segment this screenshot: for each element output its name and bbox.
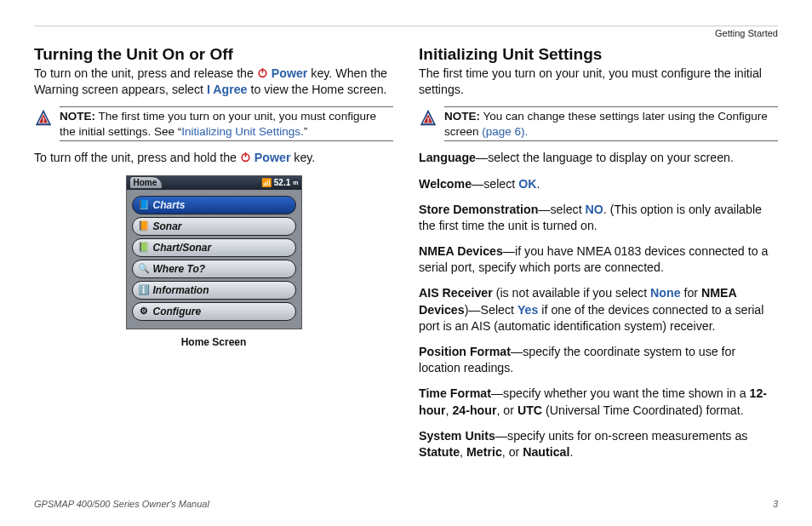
power-label: Power bbox=[254, 151, 291, 164]
setting-time: Time Format—specify whether you want the… bbox=[419, 386, 778, 418]
signal-icon: 📶 bbox=[261, 178, 272, 187]
svg-text:!: ! bbox=[427, 117, 430, 124]
yes-link[interactable]: Yes bbox=[518, 303, 538, 317]
screenshot-caption: Home Screen bbox=[34, 336, 393, 348]
home-screen-screenshot: Home 📶 52.1m 📘Charts📙Sonar📗Chart/Sonar🔍W… bbox=[126, 175, 302, 329]
setting-store: Store Demonstration—select NO. (This opt… bbox=[419, 202, 778, 234]
note-box-left: ! NOTE: The first time you turn on your … bbox=[34, 106, 393, 141]
ss-home-tab: Home bbox=[129, 176, 163, 189]
no-link[interactable]: NO bbox=[586, 203, 603, 216]
ss-item-label: Configure bbox=[153, 306, 202, 317]
power-label: Power bbox=[272, 66, 308, 80]
note-body-right: NOTE: You can change these settings late… bbox=[444, 106, 778, 141]
ss-item-icon: 📘 bbox=[138, 199, 150, 211]
i-agree-link[interactable]: I Agree bbox=[207, 83, 248, 96]
ss-menu-item: 📘Charts bbox=[132, 196, 296, 214]
header-divider bbox=[34, 26, 778, 26]
ss-item-icon: 📗 bbox=[138, 242, 150, 254]
ok-link[interactable]: OK bbox=[518, 177, 536, 191]
ss-measurement: 📶 52.1m bbox=[261, 178, 299, 187]
ss-item-label: Charts bbox=[153, 199, 186, 211]
ss-item-icon: 📙 bbox=[138, 220, 150, 232]
ss-item-label: Chart/Sonar bbox=[153, 242, 212, 254]
ss-menu-item: 🔍Where To? bbox=[132, 260, 296, 278]
note-icon: ! bbox=[419, 108, 437, 127]
power-icon bbox=[257, 67, 268, 78]
setting-position: Position Format—specify the coordinate s… bbox=[419, 344, 778, 376]
ss-menu-item: ℹ️Information bbox=[132, 281, 296, 300]
ss-item-label: Information bbox=[153, 284, 209, 296]
left-heading: Turning the Unit On or Off bbox=[34, 45, 393, 64]
right-heading: Initializing Unit Settings bbox=[419, 45, 778, 64]
ss-item-label: Sonar bbox=[153, 220, 182, 232]
ss-item-icon: ℹ️ bbox=[138, 284, 150, 296]
ss-menu-item: 📗Chart/Sonar bbox=[132, 238, 296, 257]
setting-nmea: NMEA Devices—if you have NMEA 0183 devic… bbox=[419, 243, 778, 276]
turn-on-paragraph: To turn on the unit, press and release t… bbox=[34, 66, 393, 98]
ss-item-label: Where To? bbox=[153, 263, 206, 275]
ss-item-icon: 🔍 bbox=[138, 263, 150, 275]
none-link[interactable]: None bbox=[650, 286, 680, 300]
note-box-right: ! NOTE: You can change these settings la… bbox=[419, 106, 778, 141]
note-body-left: NOTE: The first time you turn on your un… bbox=[60, 106, 393, 141]
svg-text:!: ! bbox=[43, 117, 45, 124]
setting-units: System Units—specify units for on-screen… bbox=[419, 428, 778, 460]
note-icon: ! bbox=[34, 108, 53, 127]
footer-page: 3 bbox=[773, 499, 778, 509]
setting-welcome: Welcome—select OK. bbox=[419, 176, 778, 192]
left-column: Turning the Unit On or Off To turn on th… bbox=[34, 45, 393, 470]
ss-menu-item: ⚙Configure bbox=[132, 302, 296, 321]
footer-manual: GPSMAP 400/500 Series Owner's Manual bbox=[34, 499, 209, 509]
header-topic: Getting Started bbox=[34, 28, 778, 38]
page-6-link[interactable]: (page 6). bbox=[482, 125, 528, 138]
init-settings-link[interactable]: Initializing Unit Settings. bbox=[181, 125, 303, 138]
ss-menu-item: 📙Sonar bbox=[132, 217, 296, 236]
ss-item-icon: ⚙ bbox=[138, 306, 150, 317]
turn-off-paragraph: To turn off the unit, press and hold the… bbox=[34, 150, 393, 166]
right-column: Initializing Unit Settings The first tim… bbox=[419, 45, 778, 470]
right-intro: The first time you turn on your unit, yo… bbox=[419, 66, 778, 98]
ss-menu-list: 📘Charts📙Sonar📗Chart/Sonar🔍Where To?ℹ️Inf… bbox=[127, 190, 301, 329]
footer: GPSMAP 400/500 Series Owner's Manual 3 bbox=[34, 499, 778, 509]
setting-language: Language—select the language to display … bbox=[419, 150, 778, 166]
power-icon bbox=[240, 152, 251, 163]
setting-ais: AIS Receiver (is not available if you se… bbox=[419, 285, 778, 334]
